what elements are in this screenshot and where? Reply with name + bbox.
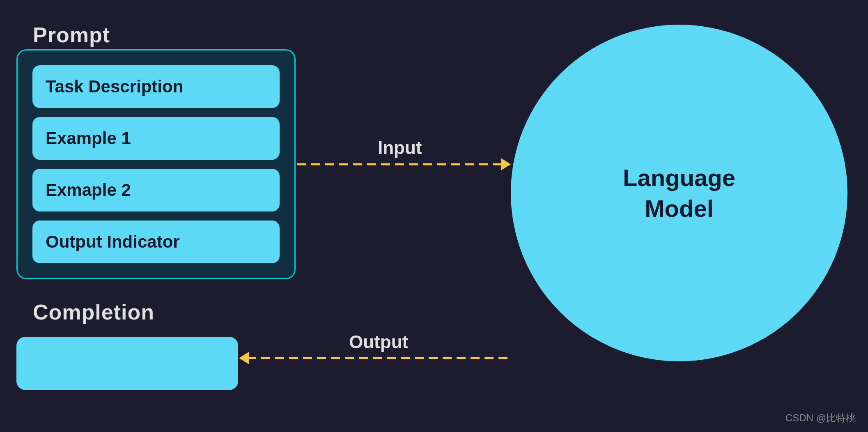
svg-marker-4	[239, 352, 249, 364]
svg-text:Input: Input	[378, 138, 422, 158]
language-model-text: Language Model	[623, 162, 735, 224]
diagram-container: Prompt Task Description Example 1 Exmapl…	[0, 0, 868, 432]
watermark: CSDN @比特桃	[785, 411, 856, 425]
task-description-item: Task Description	[32, 65, 280, 108]
example1-item: Example 1	[32, 117, 280, 160]
completion-box	[16, 337, 238, 390]
output-indicator-item: Output Indicator	[32, 221, 280, 263]
svg-text:Output: Output	[349, 332, 409, 352]
prompt-label: Prompt	[33, 23, 110, 47]
prompt-box: Task Description Example 1 Exmaple 2 Out…	[16, 49, 296, 279]
example2-item: Exmaple 2	[32, 169, 280, 211]
svg-marker-1	[501, 158, 511, 170]
language-model-circle: Language Model	[511, 25, 847, 361]
completion-label: Completion	[33, 300, 154, 324]
